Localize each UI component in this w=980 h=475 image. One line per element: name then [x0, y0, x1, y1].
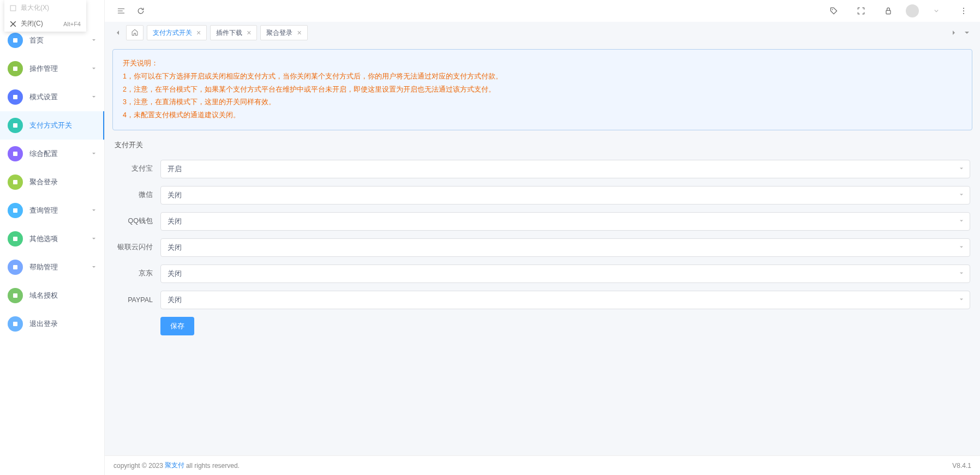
- svg-rect-10: [13, 237, 17, 241]
- menu-label: 支付方式开关: [29, 121, 97, 130]
- svg-rect-3: [13, 38, 17, 43]
- tab-home[interactable]: [126, 25, 144, 40]
- sidebar-item-10[interactable]: 退出登录: [0, 310, 104, 338]
- sidebar-item-9[interactable]: 域名授权: [0, 281, 104, 310]
- select-0[interactable]: 开启: [160, 160, 970, 178]
- menu-icon: [8, 61, 23, 76]
- svg-rect-0: [10, 5, 16, 11]
- svg-rect-12: [13, 293, 17, 298]
- alert-line: 1，你可以在下方选择开启或关闭相应的支付方式，当你关闭某个支付方式后，你的用户将…: [123, 70, 962, 83]
- refresh-icon[interactable]: [135, 5, 146, 16]
- collapse-sidebar-icon[interactable]: [116, 5, 127, 16]
- maximize-icon: [10, 5, 16, 11]
- sidebar-item-6[interactable]: 查询管理: [0, 196, 104, 225]
- chevron-down-icon: [959, 269, 964, 278]
- tabs-bar: 支付方式开关×插件下载×聚合登录×: [105, 22, 980, 44]
- select-value: 关闭: [168, 295, 182, 305]
- menu-label: 模式设置: [29, 92, 91, 102]
- sidebar-item-2[interactable]: 模式设置: [0, 83, 104, 111]
- chevron-down-icon: [959, 243, 964, 251]
- tab-1[interactable]: 插件下载×: [210, 25, 257, 40]
- menu-label: 帮助管理: [29, 262, 91, 272]
- tab-0[interactable]: 支付方式开关×: [147, 25, 207, 40]
- select-4[interactable]: 关闭: [160, 264, 970, 283]
- alert-title: 开关说明：: [123, 57, 962, 70]
- menu-label: 其他选项: [29, 234, 91, 244]
- select-1[interactable]: 关闭: [160, 186, 970, 205]
- panel-title: 支付开关: [115, 140, 970, 150]
- form-row-5: PAYPAL关闭: [115, 291, 970, 309]
- sidebar-item-1[interactable]: 操作管理: [0, 55, 104, 83]
- chevron-down-icon: [91, 65, 97, 73]
- svg-point-17: [963, 10, 964, 11]
- menu-icon: [8, 203, 23, 218]
- sidebar-item-5[interactable]: 聚合登录: [0, 168, 104, 196]
- tabs-scroll-right[interactable]: [948, 25, 959, 40]
- form-label: 银联云闪付: [115, 243, 160, 252]
- tab-close-icon[interactable]: ×: [297, 28, 301, 37]
- chevron-down-icon: [91, 263, 97, 272]
- sidebar-item-4[interactable]: 综合配置: [0, 140, 104, 168]
- select-5[interactable]: 关闭: [160, 291, 970, 309]
- chevron-down-icon: [91, 235, 97, 243]
- chevron-down-icon: [91, 150, 97, 158]
- menu-icon: [8, 260, 23, 275]
- header: [105, 0, 980, 22]
- svg-rect-13: [13, 322, 17, 326]
- home-icon: [131, 28, 139, 38]
- chevron-down-icon: [959, 191, 964, 199]
- menu-icon: [8, 118, 23, 133]
- alert-box: 开关说明： 1，你可以在下方选择开启或关闭相应的支付方式，当你关闭某个支付方式后…: [112, 49, 972, 130]
- menu-icon: [8, 33, 23, 48]
- menu-label: 首页: [29, 35, 91, 45]
- chevron-down-icon: [959, 296, 964, 304]
- tab-label: 插件下载: [216, 28, 242, 38]
- lock-icon[interactable]: [883, 5, 894, 16]
- sidebar-item-3[interactable]: 支付方式开关: [0, 111, 104, 140]
- svg-rect-4: [13, 67, 17, 71]
- menu-icon: [8, 288, 23, 303]
- os-context-menu: 最大化(X) 关闭(C) Alt+F4: [4, 0, 86, 32]
- fullscreen-icon[interactable]: [856, 5, 867, 16]
- user-avatar[interactable]: [906, 4, 919, 17]
- tab-close-icon[interactable]: ×: [247, 28, 251, 37]
- sidebar-item-8[interactable]: 帮助管理: [0, 253, 104, 281]
- ctx-maximize-label: 最大化(X): [21, 3, 49, 13]
- menu-label: 综合配置: [29, 149, 91, 159]
- menu-label: 查询管理: [29, 206, 91, 215]
- chevron-down-icon: [959, 217, 964, 225]
- form-row-2: QQ钱包关闭: [115, 212, 970, 231]
- panel: 支付开关 支付宝开启微信关闭QQ钱包关闭银联云闪付关闭京东关闭PAYPAL关闭 …: [112, 140, 972, 354]
- menu-icon: [8, 89, 23, 105]
- ctx-close-shortcut: Alt+F4: [63, 21, 81, 27]
- menu-label: 域名授权: [29, 291, 97, 300]
- close-icon: [10, 21, 16, 27]
- menu-label: 聚合登录: [29, 177, 97, 187]
- svg-point-18: [963, 13, 964, 14]
- chevron-down-icon[interactable]: [931, 5, 942, 16]
- menu-label: 操作管理: [29, 64, 91, 74]
- menu-icon: [8, 175, 23, 190]
- chevron-down-icon: [91, 93, 97, 101]
- ctx-maximize: 最大化(X): [4, 0, 86, 16]
- menu-icon: [8, 146, 23, 161]
- more-icon[interactable]: [958, 5, 969, 16]
- svg-point-14: [832, 9, 833, 10]
- tabs-scroll-left[interactable]: [112, 25, 123, 40]
- svg-rect-8: [13, 180, 17, 184]
- svg-rect-9: [13, 208, 17, 213]
- ctx-close[interactable]: 关闭(C) Alt+F4: [4, 16, 86, 32]
- alert-line: 2，注意，在平台模式下，如果某个支付方式平台在维护中或平台未开启，即使这里设置为…: [123, 83, 962, 97]
- menu-icon: [8, 316, 23, 332]
- select-3[interactable]: 关闭: [160, 238, 970, 257]
- tab-2[interactable]: 聚合登录×: [260, 25, 307, 40]
- menu-label: 退出登录: [29, 319, 97, 329]
- sidebar-item-7[interactable]: 其他选项: [0, 225, 104, 253]
- ctx-close-label: 关闭(C): [21, 19, 43, 28]
- svg-rect-15: [886, 10, 891, 14]
- select-2[interactable]: 关闭: [160, 212, 970, 231]
- tab-close-icon[interactable]: ×: [196, 28, 201, 37]
- tabs-dropdown[interactable]: [961, 25, 972, 40]
- tag-icon[interactable]: [828, 5, 839, 16]
- save-button[interactable]: 保存: [160, 317, 194, 335]
